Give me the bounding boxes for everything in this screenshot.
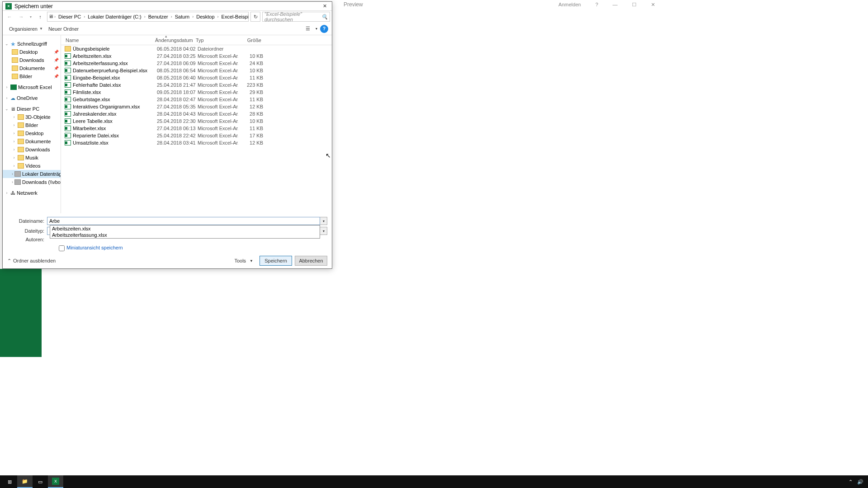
- close-button[interactable]: ✕: [317, 2, 332, 11]
- chevron-right-icon[interactable]: ›: [54, 14, 56, 19]
- view-dropdown[interactable]: ▾: [314, 24, 319, 34]
- autocomplete-item[interactable]: Arbeitszeiterfassung.xlsx: [50, 232, 320, 238]
- crumb[interactable]: Excel-Beispiele: [220, 14, 249, 19]
- dialog-footer: ⌃ Ordner ausblenden Tools ▼ Speichern Ab…: [3, 253, 332, 268]
- tree-item-vbox[interactable]: ›Downloads (\\vbox: [3, 178, 61, 186]
- taskbar-app[interactable]: ▭: [33, 475, 48, 488]
- tray-chevron-icon[interactable]: ⌃: [849, 479, 853, 485]
- filename-dropdown-button[interactable]: ▾: [320, 217, 327, 225]
- cancel-button[interactable]: Abbrechen: [295, 256, 327, 266]
- tree-item-desktop2[interactable]: ›Desktop: [3, 129, 61, 137]
- tree-item-ms-excel[interactable]: › Microsoft Excel: [3, 83, 61, 91]
- taskbar-excel[interactable]: X: [48, 475, 63, 488]
- help-icon[interactable]: ?: [595, 2, 598, 7]
- file-row[interactable]: Filmliste.xlsx09.05.2018 18:07Microsoft …: [61, 89, 332, 96]
- search-input[interactable]: "Excel-Beispiele" durchsuchen 🔍: [262, 12, 330, 22]
- thumbnail-checkbox[interactable]: [59, 245, 65, 251]
- filetype-dropdown-button[interactable]: ▾: [320, 227, 327, 235]
- column-date[interactable]: Änderungsdatum: [155, 38, 196, 43]
- file-row[interactable]: Umsatzliste.xlsx28.04.2018 03:41Microsof…: [61, 139, 332, 146]
- tools-dropdown[interactable]: Tools ▼: [231, 257, 257, 264]
- tree-item-pictures[interactable]: Bilder 📌: [3, 72, 61, 80]
- file-name: Mitarbeiter.xlsx: [73, 126, 157, 131]
- refresh-button[interactable]: ↻: [250, 12, 260, 22]
- recent-dropdown[interactable]: ▾: [28, 12, 33, 22]
- file-row[interactable]: Arbeitszeiten.xlsx27.04.2018 03:25Micros…: [61, 52, 332, 60]
- crumb[interactable]: Benutzer: [146, 14, 170, 19]
- back-button[interactable]: ←: [5, 12, 14, 22]
- column-headers[interactable]: Name Änderungsdatum Typ Größe: [61, 35, 332, 45]
- thumbnail-label[interactable]: Miniaturansicht speichern: [66, 245, 123, 251]
- file-row[interactable]: Jahreskalender.xlsx28.04.2018 04:43Micro…: [61, 110, 332, 117]
- tray-volume-icon[interactable]: 🔊: [857, 479, 863, 485]
- file-row[interactable]: Fehlerhafte Datei.xlsx25.04.2018 21:47Mi…: [61, 81, 332, 89]
- tree-item-desktop[interactable]: Desktop 📌: [3, 48, 61, 56]
- tree-item-documents2[interactable]: ›Dokumente: [3, 137, 61, 145]
- collapse-icon[interactable]: ⌄: [5, 107, 9, 111]
- tree-item-videos[interactable]: ›Videos: [3, 162, 61, 170]
- signin-link[interactable]: Anmelden: [558, 2, 581, 7]
- expand-icon[interactable]: ›: [5, 85, 9, 89]
- chevron-right-icon[interactable]: ›: [192, 14, 193, 19]
- save-button[interactable]: Speichern: [259, 256, 292, 266]
- crumb[interactable]: Desktop: [194, 14, 216, 19]
- file-row[interactable]: Reparierte Datei.xlsx25.04.2018 22:42Mic…: [61, 132, 332, 139]
- tree-item-documents[interactable]: Dokumente 📌: [3, 64, 61, 72]
- filename-input[interactable]: [47, 217, 320, 225]
- crumb[interactable]: Lokaler Datenträger (C:): [86, 14, 143, 19]
- forward-button[interactable]: →: [16, 12, 26, 22]
- system-tray[interactable]: ⌃ 🔊: [849, 479, 866, 485]
- column-name[interactable]: Name: [65, 38, 155, 43]
- crumb[interactable]: Dieser PC: [57, 14, 83, 19]
- search-icon[interactable]: 🔍: [321, 14, 328, 20]
- tree-item-downloads[interactable]: Downloads 📌: [3, 56, 61, 64]
- hide-folders-button[interactable]: ⌃ Ordner ausblenden: [7, 258, 56, 264]
- maximize-icon[interactable]: ☐: [632, 2, 637, 8]
- minimize-icon[interactable]: —: [613, 2, 618, 7]
- column-size[interactable]: Größe: [236, 38, 261, 43]
- autocomplete-popup[interactable]: Arbeitszeiten.xlsx Arbeitszeiterfassung.…: [50, 225, 320, 239]
- tree-item-local-disk[interactable]: ›Lokaler Datenträger: [3, 170, 61, 178]
- tree-item-this-pc[interactable]: ⌄ 🖥 Dieser PC: [3, 105, 61, 113]
- network-icon: 🖧: [10, 190, 15, 196]
- chevron-right-icon[interactable]: ›: [84, 14, 85, 19]
- file-row[interactable]: Geburtstage.xlsx28.04.2018 02:47Microsof…: [61, 96, 332, 103]
- file-row[interactable]: Eingabe-Beispiel.xlsx08.05.2018 06:40Mic…: [61, 74, 332, 81]
- tree-item-network[interactable]: ›🖧Netzwerk: [3, 189, 61, 197]
- tree-item-downloads2[interactable]: ›Downloads: [3, 145, 61, 154]
- autocomplete-item[interactable]: Arbeitszeiten.xlsx: [50, 225, 320, 232]
- chevron-right-icon[interactable]: ›: [144, 14, 146, 19]
- navigation-tree[interactable]: ⌄ ★ Schnellzugriff Desktop 📌 Downloads 📌…: [3, 35, 61, 213]
- view-mode-button[interactable]: ☰: [303, 24, 313, 34]
- tree-item-3d-objects[interactable]: ›3D-Objekte: [3, 113, 61, 121]
- new-folder-button[interactable]: Neuer Ordner: [46, 25, 81, 33]
- chevron-right-icon[interactable]: ›: [171, 14, 172, 19]
- file-row[interactable]: Mitarbeiter.xlsx27.04.2018 06:13Microsof…: [61, 125, 332, 132]
- breadcrumb[interactable]: 🖥 › Dieser PC › Lokaler Datenträger (C:)…: [47, 12, 249, 22]
- tree-item-quick-access[interactable]: ⌄ ★ Schnellzugriff: [3, 40, 61, 48]
- tree-item-pictures2[interactable]: ›Bilder: [3, 121, 61, 129]
- collapse-icon[interactable]: ⌄: [5, 42, 9, 46]
- file-row[interactable]: Datenueberpruefung-Beispiel.xlsx08.05.20…: [61, 67, 332, 74]
- file-size: 11 KB: [238, 126, 263, 131]
- tree-item-onedrive[interactable]: › ☁ OneDrive: [3, 94, 61, 102]
- file-list[interactable]: Übungsbeispiele06.05.2018 04:02Dateiordn…: [61, 45, 332, 213]
- chevron-right-icon[interactable]: ›: [217, 14, 219, 19]
- folder-icon: [18, 114, 24, 120]
- tree-item-music[interactable]: ›Musik: [3, 154, 61, 162]
- taskbar[interactable]: ⊞ 📁 ▭ X ⌃ 🔊: [0, 475, 868, 488]
- close-icon[interactable]: ✕: [651, 2, 655, 8]
- file-row[interactable]: Interaktives Organigramm.xlsx27.04.2018 …: [61, 103, 332, 110]
- crumb[interactable]: Saturn: [173, 14, 191, 19]
- up-button[interactable]: ↑: [35, 12, 45, 22]
- column-type[interactable]: Typ: [196, 38, 236, 43]
- titlebar[interactable]: X Speichern unter ✕: [3, 2, 332, 11]
- expand-icon[interactable]: ›: [5, 96, 9, 100]
- file-row[interactable]: Arbeitszeiterfassung.xlsx27.04.2018 06:0…: [61, 60, 332, 67]
- organize-button[interactable]: Organisieren ▼: [6, 25, 46, 33]
- file-row[interactable]: Übungsbeispiele06.05.2018 04:02Dateiordn…: [61, 45, 332, 52]
- help-button[interactable]: ?: [320, 25, 328, 33]
- taskbar-explorer[interactable]: 📁: [17, 475, 33, 488]
- file-row[interactable]: Leere Tabelle.xlsx25.04.2018 22:30Micros…: [61, 117, 332, 125]
- start-button[interactable]: ⊞: [2, 475, 17, 488]
